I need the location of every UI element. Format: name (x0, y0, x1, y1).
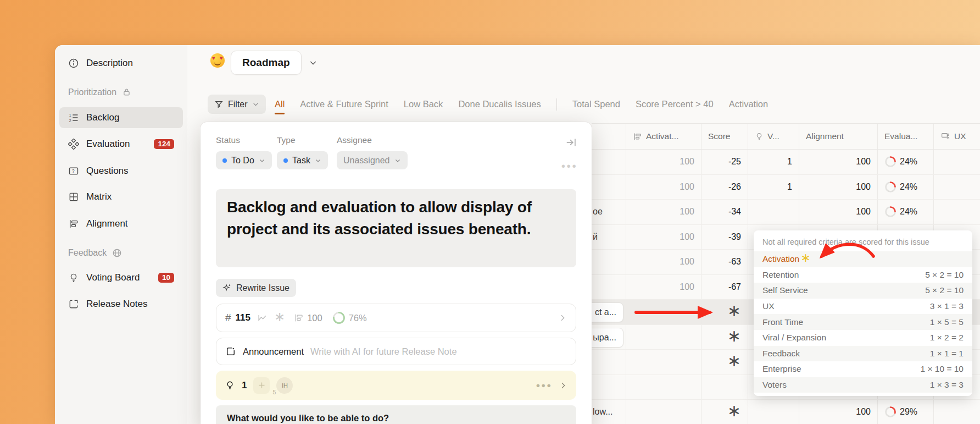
issue-meta-row[interactable]: # 115 ∗ 100 76% (216, 304, 576, 332)
filter-button[interactable]: Filter (208, 95, 266, 114)
evaluation-column-header[interactable]: Evalua... (878, 124, 934, 149)
filter-tab[interactable]: All (275, 99, 285, 109)
status-select[interactable]: To Do (216, 151, 272, 169)
ux-column-header[interactable]: UX (934, 124, 980, 149)
more-options-icon[interactable]: ●●● (561, 162, 577, 170)
ux-cell (934, 400, 980, 424)
sidebar-item-matrix[interactable]: Matrix (59, 186, 183, 207)
issue-title-column-header[interactable] (592, 124, 626, 149)
evaluation-ring-icon (884, 156, 897, 168)
status-dot (222, 158, 227, 163)
criterion-name: Self Service (762, 285, 808, 295)
sidebar-item-label: Voting Board (86, 272, 140, 283)
rewrite-issue-button[interactable]: Rewrite Issue (216, 279, 296, 297)
criterion-formula: 1 × 10 = 10 (921, 364, 964, 374)
issue-title-cell (592, 250, 626, 274)
table-row[interactable]: 100-251100 24% (592, 150, 980, 175)
activation-cell: 100 (626, 200, 701, 224)
sidebar-item-voting-board[interactable]: Voting Board 10 (59, 267, 183, 288)
score-cell: -25 (701, 150, 748, 174)
assignee-field: Assignee Unassigned (337, 135, 408, 169)
grid-icon (68, 191, 79, 202)
criterion-name: Front Time (762, 317, 803, 327)
sidebar-item-backlog[interactable]: 12 Backlog (59, 107, 183, 128)
chevron-right-icon[interactable] (558, 313, 567, 322)
voters-column-header[interactable]: V... (748, 124, 799, 149)
pinned-view-tab[interactable]: Score Percent > 40 (636, 99, 714, 109)
sidebar-section-feedback: Feedback (68, 246, 122, 260)
tooltip-criterion-row: Retention5 × 2 = 10 (754, 267, 972, 283)
lightbulb-icon (225, 380, 235, 390)
sidebar-item-evaluation[interactable]: Evaluation 124 (59, 134, 183, 155)
tooltip-criterion-row: Voters1 × 3 = 3 (754, 377, 972, 393)
question-prompt[interactable]: What would you like to be able to do? (216, 405, 576, 424)
activation-cell (626, 400, 701, 424)
more-options-icon[interactable]: ●●● (536, 381, 552, 389)
person-desk-icon (940, 131, 950, 141)
activation-cell (626, 300, 701, 324)
pinned-view-tab[interactable]: Total Spend (572, 99, 620, 109)
criterion-name: UX (762, 301, 775, 311)
app-window: Description Prioritization 12 Backlog Ev… (55, 45, 980, 424)
table-row[interactable]: ое100-34100 24% (592, 200, 980, 225)
issue-title-cell: low... (592, 400, 626, 424)
criterion-formula: 1 × 2 = 2 (930, 333, 964, 343)
lock-icon (122, 87, 132, 97)
ideas-row[interactable]: 1 IH 5 ●●● (216, 371, 576, 400)
tooltip-message: Not all required criteria are scored for… (754, 235, 972, 251)
issue-title-cell: ыра... (592, 325, 626, 350)
issue-title-cell (592, 150, 626, 174)
board-title-button[interactable]: Roadmap (231, 51, 302, 75)
filter-tab[interactable]: Active & Future Sprint (300, 99, 388, 109)
type-select[interactable]: Task (277, 151, 328, 169)
announcement-row[interactable]: Announcement Write with AI for future Re… (216, 338, 576, 365)
evaluation-ring-icon (884, 206, 897, 218)
sidebar-item-release-notes[interactable]: Release Notes (59, 294, 183, 315)
table-header-row: Activat... Score V... Alignment Evalua..… (592, 123, 980, 150)
unscored-asterisk-icon: ∗ (727, 336, 741, 338)
collapse-panel-icon[interactable] (565, 136, 577, 148)
alignment-column-header[interactable]: Alignment (799, 124, 878, 149)
ux-cell (934, 175, 980, 200)
sidebar-item-description[interactable]: Description (59, 53, 183, 74)
criterion-name: Feedback (762, 349, 800, 359)
score-column-header[interactable]: Score (701, 124, 748, 149)
chevron-right-icon[interactable] (559, 381, 567, 390)
trend-chart-icon (257, 313, 268, 323)
filter-tab[interactable]: Low Back (404, 99, 443, 109)
evaluation-ring-icon (884, 181, 897, 193)
chevron-down-icon (259, 157, 265, 164)
table-row[interactable]: 100-261100 24% (592, 175, 980, 200)
activation-cell: 100 (626, 175, 701, 200)
svg-text:1: 1 (69, 113, 71, 117)
table-row[interactable]: low...∗100 29% (592, 400, 980, 424)
add-idea-button[interactable] (253, 377, 270, 394)
funnel-icon (214, 100, 224, 109)
chevron-down-icon (394, 157, 401, 164)
sidebar-item-alignment[interactable]: Alignment (59, 213, 183, 234)
issue-alignment-value: 100 (307, 313, 322, 323)
chevron-down-icon[interactable] (309, 58, 318, 67)
issue-title-fragment: й (593, 232, 598, 242)
activation-cell: 100 (626, 250, 701, 274)
score-cell: -39 (701, 225, 748, 250)
unscored-asterisk-icon: ∗ (727, 411, 741, 413)
sidebar-item-label: Questions (86, 166, 129, 177)
sidebar-item-questions[interactable]: ? Questions (59, 161, 183, 181)
issue-title[interactable]: Backlog and evaluation to allow display … (216, 189, 576, 267)
score-cell: -63 (701, 250, 748, 274)
filter-tab[interactable]: Done Ducalis Issues (458, 99, 541, 109)
unscored-asterisk-icon: ∗ (727, 361, 741, 363)
sidebar-item-label: Matrix (86, 191, 112, 202)
assignee-select[interactable]: Unassigned (337, 151, 408, 169)
score-cell: -34 (701, 200, 748, 224)
score-cell (701, 375, 748, 400)
pinned-view-tab[interactable]: Activation (729, 99, 769, 109)
announcement-placeholder[interactable]: Write with AI for future Release Note (310, 346, 457, 357)
activation-column-header[interactable]: Activat... (626, 124, 701, 149)
avatar[interactable]: IH 5 (276, 377, 293, 394)
asterisk-icon: ∗ (274, 317, 285, 319)
sidebar-item-label: Alignment (86, 218, 128, 229)
score-cell: ∗ (701, 325, 748, 350)
saved-filter-tabs: AllActive & Future SprintLow BackDone Du… (275, 95, 768, 114)
